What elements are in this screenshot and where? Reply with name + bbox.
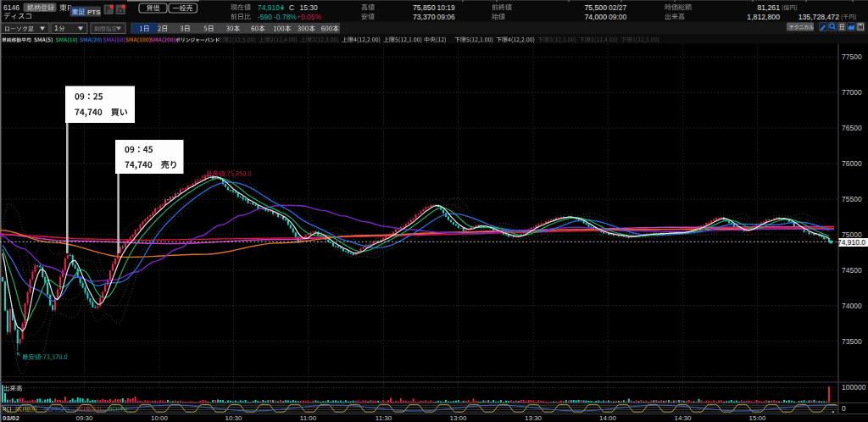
svg-text:14:30: 14:30	[674, 414, 692, 422]
svg-text:135,728,472: 135,728,472	[798, 13, 839, 21]
svg-text:09:00: 09:00	[609, 13, 627, 21]
svg-text:74,910: 74,910	[258, 3, 280, 12]
svg-text:15:00: 15:00	[748, 414, 766, 422]
svg-text:77500: 77500	[842, 53, 862, 61]
svg-text:6146: 6146	[3, 3, 19, 12]
svg-text:10:19: 10:19	[437, 3, 456, 12]
svg-text:11:30: 11:30	[376, 414, 392, 422]
svg-text:76000: 76000	[842, 159, 862, 168]
svg-text:C: C	[289, 3, 294, 12]
svg-text:02/27: 02/27	[609, 3, 627, 12]
svg-text:77000: 77000	[842, 88, 862, 97]
svg-text:1: 1	[54, 24, 58, 32]
svg-text:76500: 76500	[842, 124, 862, 132]
svg-text:PTS: PTS	[87, 8, 101, 16]
svg-text:74,910.0: 74,910.0	[837, 238, 865, 247]
svg-text:10:00: 10:00	[151, 414, 169, 422]
svg-text:03/02: 03/02	[3, 414, 20, 422]
svg-text:1,812,800: 1,812,800	[747, 13, 780, 21]
svg-text:75500: 75500	[842, 195, 862, 203]
svg-text:74500: 74500	[842, 266, 862, 275]
svg-text:73,370: 73,370	[413, 13, 436, 21]
svg-text:13:30: 13:30	[525, 414, 542, 422]
svg-text:13:00: 13:00	[449, 414, 467, 422]
svg-text:14:00: 14:00	[599, 414, 617, 422]
svg-text:15:30: 15:30	[300, 3, 319, 12]
svg-text:73500: 73500	[842, 337, 862, 346]
svg-text:10:30: 10:30	[225, 414, 242, 422]
svg-text:100000: 100000	[842, 383, 866, 391]
svg-text:74000: 74000	[842, 302, 862, 310]
svg-text:75,850: 75,850	[413, 3, 436, 12]
svg-text:09:30: 09:30	[75, 414, 93, 422]
svg-text:-0.78%: -0.78%	[274, 13, 297, 21]
svg-text:81,261: 81,261	[757, 3, 780, 12]
svg-text:74,000: 74,000	[584, 13, 607, 21]
svg-text:11:00: 11:00	[300, 414, 317, 422]
svg-text:+0.05%: +0.05%	[297, 13, 322, 21]
svg-text:75,500: 75,500	[584, 3, 607, 12]
svg-text:-590: -590	[258, 13, 272, 21]
svg-text:0: 0	[842, 404, 846, 413]
svg-text:09:06: 09:06	[437, 13, 456, 21]
